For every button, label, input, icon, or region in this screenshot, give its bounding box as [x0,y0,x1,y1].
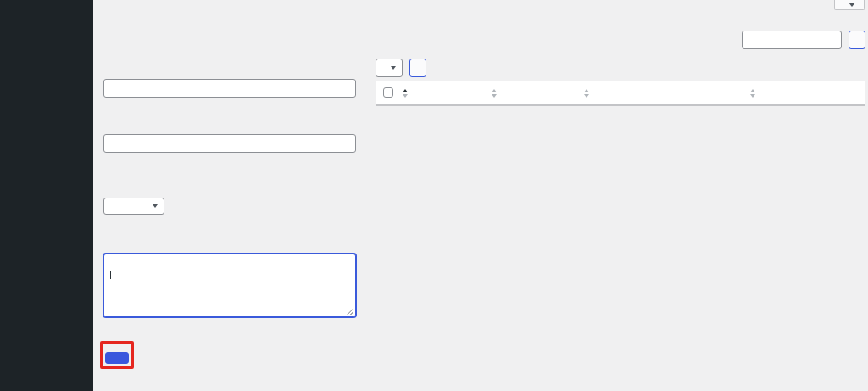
search-input[interactable] [742,31,842,49]
search-categories-button[interactable] [849,31,865,49]
bulk-actions-row [376,59,426,77]
sort-icon [403,89,408,98]
column-header-name[interactable] [399,89,488,98]
screen-options-button[interactable] [834,0,865,10]
chevron-down-icon [391,66,396,70]
column-header-count[interactable] [720,89,755,98]
description-textarea[interactable] [103,254,356,317]
bulk-actions-select[interactable] [376,59,403,77]
slug-input[interactable] [103,134,356,153]
table-header-row [376,81,865,105]
parent-category-select[interactable] [103,198,164,215]
resize-handle[interactable] [347,308,353,315]
admin-sidebar [0,0,93,391]
select-all-checkbox[interactable] [383,87,393,98]
annotation-highlight-rect [100,341,134,369]
main-content [93,0,868,391]
chevron-down-icon [153,204,158,208]
column-header-description[interactable] [488,89,581,98]
name-input[interactable] [103,79,356,98]
add-new-category-button[interactable] [105,352,129,364]
search-row [742,31,865,49]
sort-icon [750,89,755,98]
sort-icon [492,89,497,98]
categories-table [376,81,865,106]
apply-button[interactable] [409,59,426,77]
sidebar-top-menu [0,0,93,2]
text-caret [110,271,111,279]
sort-icon [584,89,589,98]
column-header-slug[interactable] [581,89,720,98]
chevron-down-icon [849,3,855,7]
